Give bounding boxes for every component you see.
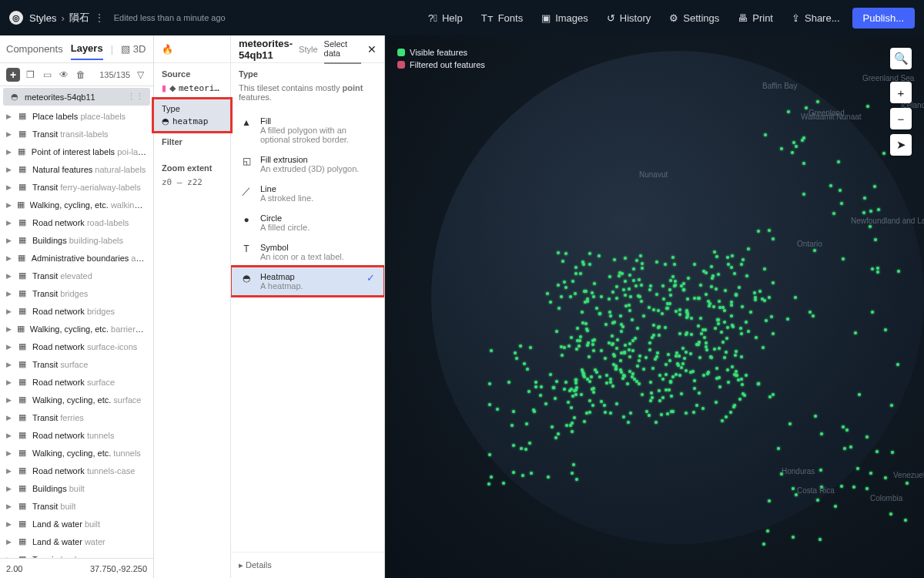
map-canvas[interactable]: Baffin BayGreenlandGreenland SeaIcelandU… (385, 35, 924, 578)
layer-row[interactable]: ▶▦Terrain land (0, 550, 153, 558)
caret-icon[interactable]: ▶ (6, 166, 12, 173)
layer-row[interactable]: ▶▦Transit ferries (0, 408, 153, 426)
type-option-symbol[interactable]: TSymbolAn icon or a text label. (231, 237, 384, 267)
section-type[interactable]: Type ◓heatmap (154, 99, 230, 131)
publish-button[interactable]: Publish... (852, 8, 915, 29)
layer-row[interactable]: ▶▦Walking, cycling, etc. tunnels (0, 444, 153, 462)
caret-icon[interactable]: ▶ (6, 130, 12, 138)
history-link[interactable]: ↺History (601, 8, 657, 29)
caret-icon[interactable]: ▶ (6, 113, 12, 120)
layer-editor-title[interactable]: meteorites-54qb11 (239, 38, 293, 61)
layer-row[interactable]: ▶▦Point of interest labels poi-labels (0, 143, 153, 160)
caret-icon[interactable]: ▶ (6, 307, 12, 315)
caret-icon[interactable]: ▶ (6, 183, 12, 191)
caret-icon[interactable]: ▶ (6, 502, 12, 510)
group-button[interactable]: ▭ (40, 68, 54, 82)
caret-icon[interactable]: ▶ (6, 201, 12, 209)
layer-row[interactable]: ▶▦Road network surface-icons (0, 338, 153, 355)
layer-row[interactable]: ▶▦Transit surface (0, 355, 153, 373)
type-option-heatmap[interactable]: ◓HeatmapA heatmap.✓ (231, 267, 384, 296)
layer-row[interactable]: ▶▦Transit built (0, 497, 153, 515)
source-value[interactable]: ▮◆meteori… (162, 83, 223, 93)
caret-icon[interactable]: ▶ (6, 254, 12, 262)
details-toggle[interactable]: ▸ Details (231, 552, 384, 578)
caret-icon[interactable]: ▶ (6, 432, 12, 439)
type-option-fill[interactable]: ▲FillA filled polygon with an optional s… (231, 111, 384, 150)
type-option-fill-extrusion[interactable]: ◱Fill extrusionAn extruded (3D) polygon. (231, 150, 384, 179)
fonts-link[interactable]: TᴛFonts (475, 8, 529, 29)
caret-icon[interactable]: ▶ (6, 414, 12, 422)
layer-list[interactable]: ◓meteorites-54qb11⋮⋮▶▦Place labels place… (0, 86, 153, 558)
layer-row[interactable]: ▶▦Land & water water (0, 533, 153, 550)
tab-3d[interactable]: ▧ 3D (121, 43, 146, 55)
caret-icon[interactable]: ▶ (6, 538, 12, 546)
settings-link[interactable]: ⚙Settings (663, 8, 725, 29)
caret-icon[interactable]: ▶ (6, 467, 12, 475)
tab-select-data[interactable]: Select data (324, 39, 361, 64)
filter-icon[interactable]: ▽ (133, 68, 147, 82)
hide-button[interactable]: 👁 (57, 68, 71, 82)
type-option-circle[interactable]: ●CircleA filled circle. (231, 208, 384, 237)
layer-row[interactable]: ▶▦Buildings building-labels (0, 231, 153, 249)
duplicate-button[interactable]: ❐ (23, 68, 37, 82)
caret-icon[interactable]: ▶ (6, 290, 12, 297)
caret-icon[interactable]: ▶ (6, 343, 12, 351)
breadcrumb-styles[interactable]: Styles (29, 12, 56, 24)
caret-icon[interactable]: ▶ (6, 219, 12, 227)
print-link[interactable]: 🖶Print (732, 8, 779, 29)
caret-icon[interactable]: ▶ (6, 520, 12, 528)
kebab-menu-icon[interactable]: ⋮ (94, 12, 105, 24)
layer-icon: ▦ (17, 271, 28, 281)
caret-icon[interactable]: ▶ (6, 148, 12, 156)
tab-components[interactable]: Components (6, 43, 63, 55)
type-option-line[interactable]: ／LineA stroked line. (231, 179, 384, 208)
tab-style[interactable]: Style (299, 45, 317, 54)
layer-row[interactable]: ▶▦Road network road-labels (0, 213, 153, 231)
type-value: heatmap (172, 116, 208, 126)
layer-icon: ▦ (17, 377, 28, 388)
layer-row[interactable]: ▶▦Transit bridges (0, 284, 153, 302)
add-layer-button[interactable]: + (6, 68, 20, 82)
layer-icon: ▦ (17, 217, 28, 228)
caret-icon[interactable]: ▶ (6, 237, 12, 244)
caret-icon[interactable]: ▶ (6, 449, 12, 457)
zoom-extent-value[interactable]: z0 – z22 (162, 177, 223, 187)
layer-row[interactable]: ▶▦Transit elevated (0, 267, 153, 284)
share-link[interactable]: ⇪Share... (785, 8, 846, 29)
layer-row[interactable]: ▶▦Land & water built (0, 515, 153, 533)
help-link[interactable]: ?⃝Help (422, 8, 469, 29)
layer-icon: ▦ (17, 536, 28, 547)
drag-handle-icon[interactable]: ⋮⋮ (127, 92, 144, 102)
compass-button[interactable]: ➤ (890, 134, 912, 156)
layer-row[interactable]: ▶▦Natural features natural-labels (0, 160, 153, 178)
layer-row[interactable]: ▶▦Walking, cycling, etc. walking-cycling… (0, 196, 153, 213)
layer-row-selected[interactable]: ◓meteorites-54qb11⋮⋮ (3, 88, 150, 106)
section-filter-h[interactable]: Filter (162, 137, 223, 146)
caret-icon[interactable]: ▶ (6, 378, 12, 386)
layer-row[interactable]: ▶▦Walking, cycling, etc. barriers-bridge… (0, 320, 153, 338)
caret-icon[interactable]: ▶ (6, 396, 12, 404)
layer-row[interactable]: ▶▦Transit transit-labels (0, 125, 153, 143)
layer-row[interactable]: ▶▦Road network bridges (0, 302, 153, 320)
layer-row[interactable]: ▶▦Administrative boundaries admin (0, 249, 153, 267)
layer-row[interactable]: ▶▦Place labels place-labels (0, 107, 153, 125)
caret-icon[interactable]: ▶ (6, 361, 12, 368)
images-link[interactable]: ▣Images (535, 8, 594, 29)
delete-button[interactable]: 🗑 (74, 68, 88, 82)
layer-row[interactable]: ▶▦Walking, cycling, etc. surface (0, 391, 153, 408)
close-panel-button[interactable]: ✕ (367, 43, 377, 55)
caret-icon[interactable]: ▶ (6, 485, 12, 492)
caret-icon[interactable]: ▶ (6, 272, 12, 280)
layer-row[interactable]: ▶▦Road network tunnels-case (0, 462, 153, 479)
layer-row[interactable]: ▶▦Road network surface (0, 373, 153, 391)
tab-layers[interactable]: Layers (71, 42, 103, 60)
zoom-out-button[interactable]: − (890, 108, 912, 129)
layer-row[interactable]: ▶▦Transit ferry-aerialway-labels (0, 178, 153, 196)
zoom-in-button[interactable]: + (890, 82, 912, 103)
caret-icon[interactable]: ▶ (6, 325, 12, 333)
app-logo[interactable]: ◎ (9, 11, 23, 25)
breadcrumb-style-name[interactable]: 隕石 (69, 11, 89, 25)
search-map-button[interactable]: 🔍 (890, 48, 912, 69)
layer-row[interactable]: ▶▦Road network tunnels (0, 426, 153, 444)
layer-row[interactable]: ▶▦Buildings built (0, 479, 153, 497)
